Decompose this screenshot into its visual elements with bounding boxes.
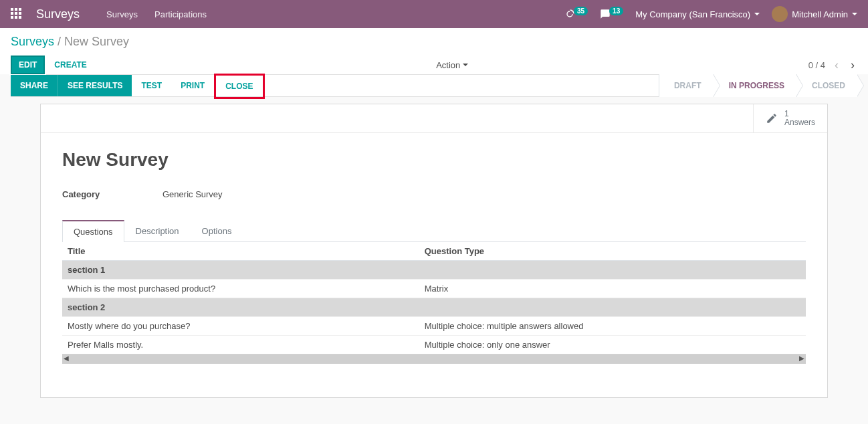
col-title: Title [62, 242, 419, 261]
user-menu[interactable]: Mitchell Admin [772, 6, 857, 22]
pager: 0 / 4 ‹ › [808, 58, 857, 72]
breadcrumb-root[interactable]: Surveys [11, 35, 54, 48]
cell-title: Mostly where do you purchase? [62, 317, 419, 336]
cell-title: section 2 [62, 298, 419, 317]
test-button[interactable]: TEST [132, 75, 171, 96]
tab-questions[interactable]: Questions [62, 220, 124, 242]
breadcrumb: Surveys / New Survey [11, 35, 857, 49]
pager-text: 0 / 4 [808, 60, 825, 70]
nav-link-surveys[interactable]: Surveys [106, 9, 138, 19]
tab-options[interactable]: Options [191, 220, 243, 242]
company-name: My Company (San Francisco) [635, 9, 750, 19]
cell-qtype [419, 261, 806, 280]
answers-label: Answers [784, 118, 815, 127]
caret-down-icon [463, 64, 468, 66]
activity-icon[interactable]: 35 [564, 9, 588, 19]
action-bar: SHARE SEE RESULTS TEST PRINT CLOSE DRAFT… [11, 74, 857, 97]
table-row[interactable]: Which is the most purchased product?Matr… [62, 280, 806, 298]
messaging-badge: 13 [609, 7, 623, 15]
table-row[interactable]: section 1 [62, 261, 806, 280]
edit-icon [766, 112, 778, 124]
activity-badge: 35 [574, 7, 588, 15]
caret-down-icon [754, 13, 760, 15]
status-in-progress[interactable]: IN PROGRESS [714, 74, 796, 97]
top-navbar: Surveys Surveys Participations 35 13 My … [0, 0, 868, 28]
table-row[interactable]: Prefer Malls mostly.Multiple choice: onl… [62, 336, 806, 354]
edit-button[interactable]: EDIT [11, 56, 45, 74]
caret-down-icon [852, 13, 857, 15]
cell-qtype: Matrix [419, 280, 806, 298]
avatar [772, 6, 788, 22]
pager-next[interactable]: › [848, 58, 857, 72]
tabs: Questions Description Options [62, 219, 806, 242]
cell-title: Prefer Malls mostly. [62, 336, 419, 354]
brand-title: Surveys [36, 7, 80, 21]
col-question-type: Question Type [419, 242, 806, 261]
status-closed[interactable]: CLOSED [796, 74, 857, 97]
form-sheet: 1 Answers New Survey Category Generic Su… [40, 104, 828, 398]
close-button[interactable]: CLOSE [214, 74, 264, 99]
cell-title: Which is the most purchased product? [62, 280, 419, 298]
breadcrumb-current: New Survey [64, 35, 129, 48]
page-title: New Survey [62, 149, 806, 171]
apps-icon[interactable] [11, 8, 23, 20]
control-panel: Surveys / New Survey EDIT CREATE Action … [0, 28, 868, 74]
action-menu[interactable]: Action [436, 60, 468, 70]
share-button[interactable]: SHARE [11, 75, 58, 96]
user-name: Mitchell Admin [792, 9, 848, 19]
action-label: Action [436, 60, 460, 70]
cell-title: section 1 [62, 261, 419, 280]
status-draft[interactable]: DRAFT [659, 74, 714, 97]
messaging-icon[interactable]: 13 [600, 9, 623, 19]
print-button[interactable]: PRINT [171, 75, 214, 96]
see-results-button[interactable]: SEE RESULTS [58, 75, 132, 96]
cell-qtype: Multiple choice: only one answer [419, 336, 806, 354]
create-button[interactable]: CREATE [47, 57, 93, 73]
category-label: Category [62, 189, 162, 199]
answers-stat-button[interactable]: 1 Answers [753, 104, 827, 132]
status-bar: DRAFT IN PROGRESS CLOSED [659, 75, 857, 96]
table-row[interactable]: section 2 [62, 298, 806, 317]
pager-prev[interactable]: ‹ [832, 58, 841, 72]
table-row[interactable]: Mostly where do you purchase?Multiple ch… [62, 317, 806, 336]
cell-qtype: Multiple choice: multiple answers allowe… [419, 317, 806, 336]
company-switcher[interactable]: My Company (San Francisco) [635, 9, 760, 19]
category-value: Generic Survey [162, 189, 223, 199]
tab-description[interactable]: Description [124, 220, 191, 242]
nav-link-participations[interactable]: Participations [154, 9, 207, 19]
horizontal-scrollbar[interactable] [62, 354, 806, 364]
questions-table: Title Question Type section 1Which is th… [62, 242, 806, 354]
cell-qtype [419, 298, 806, 317]
